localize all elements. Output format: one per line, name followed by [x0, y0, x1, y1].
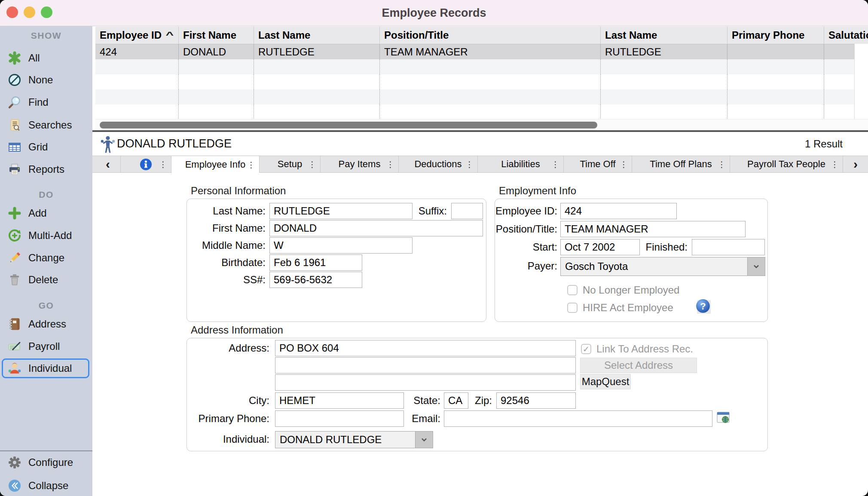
payer-dropdown[interactable]: Gosch Toyota — [560, 257, 765, 276]
column-header-position-title[interactable]: Position/Title — [380, 27, 601, 44]
sidebar-item-label: Individual — [28, 362, 72, 374]
sidebar-item-label: Multi-Add — [28, 230, 72, 242]
help-icon[interactable]: ? — [695, 298, 712, 316]
cell-position-title: TEAM MANAGER — [380, 44, 601, 59]
start-label: Start: — [493, 239, 557, 255]
sidebar-item-label: Find — [28, 96, 49, 108]
primary-phone-field[interactable] — [275, 410, 404, 427]
start-field[interactable] — [560, 239, 640, 255]
address-line2-field[interactable] — [275, 357, 576, 374]
tab-bar: ‹ ⋮ Employee Info⋮ Setup⋮ Pay Items⋮ Ded… — [92, 156, 868, 173]
table-row-selected[interactable]: 424 DONALD RUTLEDGE TEAM MANAGER RUTLEDG… — [95, 44, 868, 59]
column-header-primary-phone[interactable]: Primary Phone — [727, 27, 824, 44]
tab-menu-dots[interactable]: ⋮ — [718, 159, 726, 169]
column-header-employee-id[interactable]: Employee ID^ — [95, 27, 179, 44]
record-name: DONALD RUTLEDGE — [117, 132, 232, 156]
tab-pay-items[interactable]: Pay Items⋮ — [320, 156, 398, 172]
no-longer-employed-checkbox[interactable] — [567, 285, 578, 295]
sidebar-item-find[interactable]: Find — [2, 92, 89, 112]
sidebar-item-configure[interactable]: Configure — [2, 453, 89, 472]
address-line1-field[interactable] — [275, 340, 576, 356]
sidebar-item-delete[interactable]: Delete — [2, 270, 89, 290]
cell-employee-id: 424 — [95, 44, 179, 59]
sidebar-item-searches[interactable]: Searches — [2, 115, 89, 135]
search-icon — [7, 95, 22, 110]
suffix-label: Suffix: — [408, 203, 447, 219]
sidebar-item-grid[interactable]: Grid — [2, 137, 89, 157]
middle-name-field[interactable] — [269, 237, 413, 254]
tab-menu-dots[interactable]: ⋮ — [308, 159, 316, 169]
sidebar-item-label: Address — [28, 318, 66, 330]
tab-time-off-plans[interactable]: Time Off Plans⋮ — [632, 156, 730, 172]
sidebar-item-address[interactable]: Address — [2, 314, 89, 334]
tab-menu-dots[interactable]: ⋮ — [831, 159, 839, 169]
ssn-field[interactable] — [269, 272, 362, 288]
finished-field[interactable] — [692, 239, 765, 255]
address-line3-field[interactable] — [275, 374, 576, 391]
ssn-label: SS#: — [189, 272, 266, 288]
sidebar-item-none[interactable]: None — [2, 70, 89, 90]
sidebar-item-all[interactable]: All — [2, 48, 89, 68]
tab-menu-dots[interactable]: ⋮ — [386, 159, 394, 169]
sidebar-divider — [0, 450, 92, 451]
tab-time-off[interactable]: Time Off⋮ — [563, 156, 632, 172]
table-row-empty[interactable] — [95, 59, 868, 74]
vertical-scrollbar-track[interactable] — [854, 44, 868, 119]
select-address-button[interactable]: Select Address — [580, 358, 697, 373]
table-row-empty[interactable] — [95, 104, 868, 119]
column-header-last-name-2[interactable]: Last Name — [601, 27, 727, 44]
tab-employee-info[interactable]: Employee Info⋮ — [171, 156, 259, 173]
suffix-field[interactable] — [451, 203, 483, 219]
birthdate-field[interactable] — [269, 254, 362, 271]
city-field[interactable] — [275, 392, 404, 409]
position-title-field[interactable] — [560, 221, 746, 237]
position-title-label: Position/Title: — [493, 221, 557, 237]
tabs-scroll-forward-button[interactable]: › — [843, 156, 868, 172]
last-name-field[interactable] — [269, 203, 413, 219]
sidebar-item-multi-add[interactable]: Multi-Add — [2, 226, 89, 245]
column-header-last-name[interactable]: Last Name — [254, 27, 380, 44]
titlebar: Employee Records — [0, 0, 868, 26]
cell-last-name: RUTLEDGE — [254, 44, 380, 59]
zip-field[interactable] — [496, 392, 576, 409]
table-row-empty[interactable] — [95, 74, 868, 89]
link-to-address-checkbox[interactable]: ✓ — [581, 344, 591, 354]
tab-menu-dots[interactable]: ⋮ — [159, 159, 167, 169]
column-header-salutation[interactable]: Salutation — [824, 27, 868, 44]
column-header-first-name[interactable]: First Name — [179, 27, 254, 44]
web-browser-icon[interactable] — [717, 411, 730, 426]
mapquest-button[interactable]: MapQuest — [580, 374, 631, 389]
email-field[interactable] — [444, 410, 712, 427]
individual-dropdown[interactable]: DONALD RUTLEDGE — [275, 431, 433, 448]
primary-phone-label: Primary Phone: — [189, 410, 269, 427]
horizontal-scrollbar-track[interactable] — [95, 119, 868, 130]
address-book-icon — [7, 317, 22, 331]
sidebar-item-individual[interactable]: Individual — [2, 358, 89, 378]
horizontal-scrollbar-thumb[interactable] — [100, 122, 597, 129]
tabs-scroll-back-button[interactable]: ‹ — [95, 156, 120, 172]
sidebar-item-change[interactable]: Change — [2, 248, 89, 268]
sidebar-item-collapse[interactable]: Collapse — [2, 476, 89, 496]
tab-menu-dots[interactable]: ⋮ — [551, 159, 559, 169]
tab-payroll-tax-people[interactable]: Payroll Tax People⋮ — [730, 156, 843, 172]
sidebar-item-add[interactable]: Add — [2, 203, 89, 223]
state-field[interactable] — [444, 392, 468, 409]
first-name-field[interactable] — [269, 220, 483, 236]
sidebar-item-reports[interactable]: Reports — [2, 159, 89, 179]
tab-menu-dots[interactable]: ⋮ — [620, 159, 628, 169]
info-icon — [139, 158, 153, 171]
sidebar-item-payroll[interactable]: Payroll — [2, 337, 89, 356]
table-row-empty[interactable] — [95, 89, 868, 104]
tab-menu-dots[interactable]: ⋮ — [465, 159, 474, 169]
hire-act-checkbox[interactable] — [567, 303, 578, 313]
tab-liabilities[interactable]: Liabilities⋮ — [477, 156, 563, 172]
tab-deductions[interactable]: Deductions⋮ — [398, 156, 477, 172]
first-name-label: First Name: — [189, 220, 266, 236]
email-label: Email: — [407, 410, 440, 427]
tab-setup[interactable]: Setup⋮ — [259, 156, 320, 172]
employee-records-window: Employee Records SHOW All None Find Sear… — [0, 0, 868, 496]
tab-menu-dots[interactable]: ⋮ — [247, 160, 255, 169]
employee-id-field[interactable] — [560, 203, 677, 219]
finished-label: Finished: — [642, 239, 688, 255]
tab-record-info[interactable]: ⋮ — [120, 156, 171, 172]
